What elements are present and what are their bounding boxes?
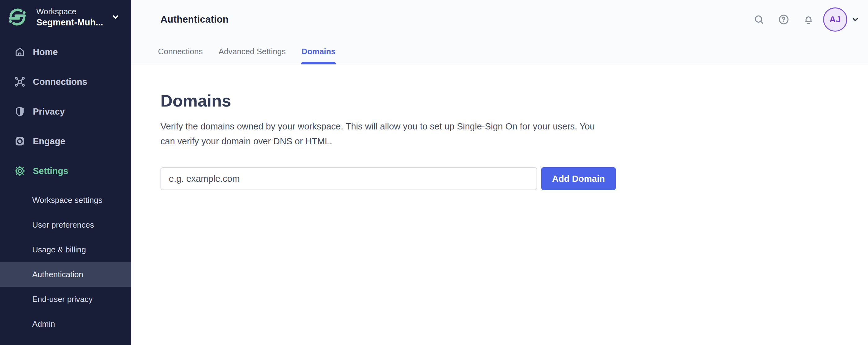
sidebar-subitem-authentication[interactable]: Authentication xyxy=(0,262,131,287)
sidebar-item-privacy[interactable]: Privacy xyxy=(0,97,131,126)
shield-icon xyxy=(14,105,26,117)
subitem-label: End-user privacy xyxy=(32,294,93,304)
sidebar-item-label: Settings xyxy=(33,166,68,176)
tab-connections[interactable]: Connections xyxy=(157,47,204,64)
segment-logo-icon xyxy=(8,7,27,27)
subitem-label: User preferences xyxy=(32,220,94,230)
sidebar-subitem-workspace-settings[interactable]: Workspace settings xyxy=(0,188,131,213)
connections-icon xyxy=(14,76,26,88)
engage-icon xyxy=(14,135,26,147)
workspace-name: Segment-Muh... xyxy=(36,17,103,28)
sidebar-settings-subnav: Workspace settings User preferences Usag… xyxy=(0,188,131,336)
subitem-label: Admin xyxy=(32,319,55,329)
domain-input[interactable] xyxy=(160,167,537,190)
subitem-label: Workspace settings xyxy=(32,195,102,205)
help-icon[interactable] xyxy=(778,13,789,25)
page-title: Authentication xyxy=(160,14,228,25)
sidebar-subitem-end-user-privacy[interactable]: End-user privacy xyxy=(0,287,131,312)
sidebar-subitem-usage-billing[interactable]: Usage & billing xyxy=(0,237,131,262)
workspace-switcher[interactable]: Workspace Segment-Muh... xyxy=(0,0,131,34)
app-root: Workspace Segment-Muh... Home xyxy=(0,0,868,345)
subitem-label: Authentication xyxy=(32,270,83,279)
tab-domains[interactable]: Domains xyxy=(301,47,336,64)
main-area: Authentication xyxy=(131,0,868,345)
sidebar-item-label: Home xyxy=(33,47,58,57)
home-icon xyxy=(14,46,26,58)
workspace-label: Workspace xyxy=(36,6,103,17)
workspace-text: Workspace Segment-Muh... xyxy=(36,6,103,28)
sidebar-main-nav: Home Connections xyxy=(0,37,131,186)
gear-icon xyxy=(14,165,26,177)
tab-bar: Connections Advanced Settings Domains xyxy=(157,47,336,64)
topbar-row: Authentication xyxy=(131,0,868,39)
sidebar-item-settings[interactable]: Settings xyxy=(0,156,131,186)
sidebar-item-engage[interactable]: Engage xyxy=(0,126,131,156)
sidebar: Workspace Segment-Muh... Home xyxy=(0,0,131,345)
add-domain-form: Add Domain xyxy=(160,167,849,190)
topbar-actions: AJ xyxy=(740,7,860,32)
sidebar-item-label: Privacy xyxy=(33,106,65,117)
page-header: Authentication xyxy=(131,0,868,64)
sidebar-subitem-admin[interactable]: Admin xyxy=(0,312,131,336)
sidebar-item-connections[interactable]: Connections xyxy=(0,67,131,97)
sidebar-item-label: Engage xyxy=(33,136,65,147)
search-icon[interactable] xyxy=(753,13,765,25)
sidebar-item-home[interactable]: Home xyxy=(0,37,131,67)
chevron-down-icon xyxy=(111,12,120,22)
chevron-down-icon[interactable] xyxy=(851,15,860,24)
avatar[interactable]: AJ xyxy=(823,7,847,32)
section-heading: Domains xyxy=(160,92,849,109)
section-description: Verify the domains owned by your workspa… xyxy=(160,119,597,149)
subitem-label: Usage & billing xyxy=(32,245,86,255)
sidebar-subitem-user-preferences[interactable]: User preferences xyxy=(0,213,131,237)
bell-icon[interactable] xyxy=(803,13,814,25)
sidebar-item-label: Connections xyxy=(33,77,87,87)
tab-advanced-settings[interactable]: Advanced Settings xyxy=(218,47,286,64)
add-domain-button[interactable]: Add Domain xyxy=(541,167,616,190)
domains-section: Domains Verify the domains owned by your… xyxy=(131,64,868,345)
